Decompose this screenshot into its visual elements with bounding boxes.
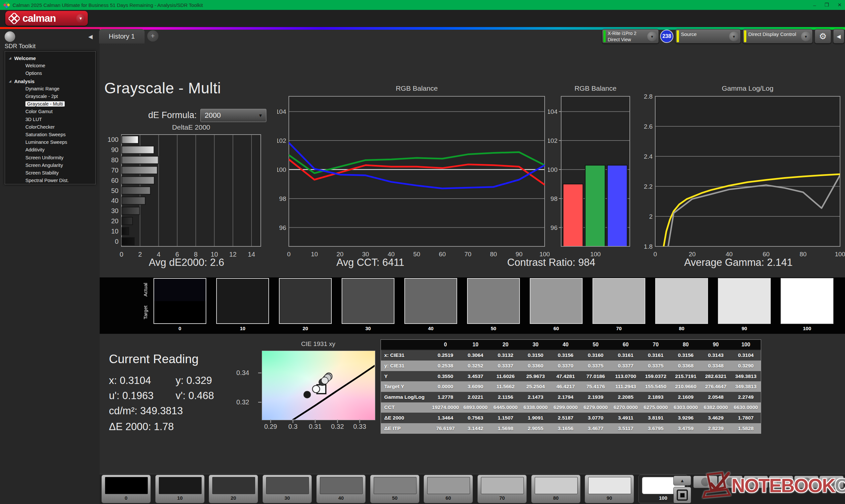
sidebar-item-color-gamut[interactable]: Color Gamut xyxy=(25,108,95,115)
table-column-header-100: 100 xyxy=(731,340,761,349)
display-control-dropdown-icon[interactable]: ▼ xyxy=(801,32,811,41)
sidebar-item-options[interactable]: Options xyxy=(25,70,95,77)
table-cell-y-100: 349.3813 xyxy=(731,371,761,382)
window-title: Calman 2025 Calman Ultimate for Business… xyxy=(13,2,203,8)
minimize-icon[interactable]: – xyxy=(813,2,816,8)
table-cell-e-2000-90: 3.4629 xyxy=(701,413,731,423)
pattern-level-label: 30 xyxy=(263,495,312,501)
nav-icon-button-2[interactable] xyxy=(718,475,743,488)
pattern-level-label: 80 xyxy=(531,495,580,501)
pattern-swatch-20 xyxy=(212,477,255,494)
table-row-label-x-cie31: x: CIE31 xyxy=(381,350,430,361)
swatch-actual xyxy=(719,279,770,301)
sidebar-item-grayscale-multi[interactable]: Grayscale - Multi xyxy=(25,100,95,108)
pattern-level-button-80[interactable]: 80 xyxy=(531,475,581,503)
table-cell-y-cie31-60: 0.3377 xyxy=(611,361,641,371)
sidebar-orb-button[interactable] xyxy=(5,31,15,42)
bar-red xyxy=(563,184,583,246)
meter-button[interactable]: X-Rite i1Pro 2 Direct View ▼ xyxy=(602,29,659,43)
sidebar-item-welcome[interactable]: Welcome xyxy=(25,62,95,70)
table-column-header-80: 80 xyxy=(671,340,701,349)
rgb-balance-line-chart: 96981001021040102030405060708090100 xyxy=(277,85,550,258)
pattern-level-button-50[interactable]: 50 xyxy=(370,475,420,503)
pattern-level-button-70[interactable]: 70 xyxy=(477,475,527,503)
close-icon[interactable]: ✕ xyxy=(838,2,842,8)
nav-icon-button-5[interactable] xyxy=(794,475,818,488)
tab-history-1[interactable]: History 1 xyxy=(99,29,145,43)
svg-text:100: 100 xyxy=(277,166,286,173)
calman-menu-button[interactable]: calman ▼ xyxy=(5,11,88,26)
settings-button[interactable]: ⚙ xyxy=(815,29,831,43)
nav-icon-button-1[interactable] xyxy=(693,475,718,488)
gamma-chart: 1.822.22.42.62.8020406080100 xyxy=(644,85,845,258)
source-button[interactable]: Source ▼ xyxy=(675,29,741,43)
sidebar-item-luminance-sweeps[interactable]: Luminance Sweeps xyxy=(25,139,95,146)
scroll-up-button[interactable]: ▲ xyxy=(673,475,691,486)
pattern-level-button-20[interactable]: 20 xyxy=(209,475,258,503)
sidebar-item-screen-angularity[interactable]: Screen Angularity xyxy=(25,162,95,169)
svg-text:50: 50 xyxy=(111,187,119,194)
pattern-level-button-90[interactable]: 90 xyxy=(584,475,634,503)
nav-icon-button-4[interactable] xyxy=(769,475,793,488)
table-cell-e-itp-10: 3.1442 xyxy=(460,423,491,434)
source-dropdown-icon[interactable]: ▼ xyxy=(729,32,739,41)
sidebar-item-screen-uniformity[interactable]: Screen Uniformity xyxy=(25,154,95,162)
pattern-level-button-30[interactable]: 30 xyxy=(262,475,312,503)
pattern-level-button-40[interactable]: 40 xyxy=(316,475,366,503)
swatch-level-label: 40 xyxy=(404,326,457,331)
panel-collapse-button[interactable]: ◀ xyxy=(833,29,844,43)
table-cell-cct-70: 6275.0000 xyxy=(641,402,671,413)
meter-dropdown-icon[interactable]: ▼ xyxy=(647,32,657,41)
maximize-icon[interactable]: ❐ xyxy=(825,2,829,8)
svg-text:1.8: 1.8 xyxy=(644,243,653,250)
grayscale-swatch-70 xyxy=(593,278,645,324)
sidebar-item-label: Options xyxy=(25,71,42,76)
sidebar-item-screen-stability[interactable]: Screen Stability xyxy=(25,169,95,177)
bar-blue xyxy=(608,165,627,246)
svg-text:20: 20 xyxy=(336,251,343,258)
cie-x-tick-label: 0.29 xyxy=(264,423,277,430)
sidebar-item-saturation-sweeps[interactable]: Saturation Sweeps xyxy=(25,131,95,139)
pattern-level-button-60[interactable]: 60 xyxy=(423,475,473,503)
sidebar-item-dynamic-range[interactable]: Dynamic Range xyxy=(25,85,95,93)
stop-pattern-button[interactable] xyxy=(673,487,691,503)
table-cell-e-itp-90: 2.8239 xyxy=(701,423,731,434)
swatch-target xyxy=(342,301,394,324)
stat-contrast-ratio: Contrast Ratio: 984 xyxy=(507,257,595,269)
table-cell-e-2000-0: 1.3464 xyxy=(430,413,460,423)
table-cell-x-cie31-90: 0.3143 xyxy=(701,350,731,361)
calman-menu-dropdown-icon[interactable]: ▼ xyxy=(76,14,85,23)
swatch-target xyxy=(154,301,206,324)
de-formula-select[interactable]: 2000 ▼ xyxy=(200,109,266,122)
table-cell-cct-50: 6279.0000 xyxy=(581,402,611,413)
source-status-stripe xyxy=(677,30,679,42)
table-cell-e-itp-20: 1.5698 xyxy=(491,423,521,434)
tree-group-analysis[interactable]: ◢Analysis xyxy=(14,77,95,85)
tree-group-welcome[interactable]: ◢Welcome xyxy=(14,54,95,62)
swatch-actual xyxy=(342,279,394,301)
svg-text:14: 14 xyxy=(248,251,255,258)
sidebar-item-colorchecker[interactable]: ColorChecker xyxy=(25,123,95,131)
sidebar-item-3d-lut[interactable]: 3D LUT xyxy=(25,116,95,123)
pattern-level-button-10[interactable]: 10 xyxy=(155,475,205,503)
sidebar-item-grayscale-2pt[interactable]: Grayscale - 2pt xyxy=(25,93,95,100)
reading-y: y: 0.329 xyxy=(176,375,212,386)
display-control-button[interactable]: Direct Display Control ▼ xyxy=(743,29,813,43)
table-cell-y-40: 47.4281 xyxy=(550,371,581,382)
meter-status-stripe xyxy=(603,30,606,42)
sidebar-item-spectral-power-dist[interactable]: Spectral Power Dist. xyxy=(25,177,95,184)
add-tab-button[interactable]: + xyxy=(147,30,158,41)
table-column-header-30: 30 xyxy=(521,340,550,349)
sidebar-item-additivity[interactable]: Additivity xyxy=(25,146,95,154)
svg-text:0: 0 xyxy=(120,251,123,258)
nav-icon-button-6[interactable] xyxy=(819,475,844,488)
tree-expanded-icon: ◢ xyxy=(9,54,11,62)
swatch-target xyxy=(530,301,582,324)
svg-text:102: 102 xyxy=(277,137,286,144)
current-reading-marker xyxy=(313,385,320,393)
sidebar-collapse-icon[interactable]: ◀ xyxy=(85,31,96,42)
cie-x-tick-label: 0.33 xyxy=(353,423,366,430)
pattern-level-button-0[interactable]: 0 xyxy=(101,475,151,503)
svg-text:60: 60 xyxy=(762,251,770,258)
nav-icon-button-3[interactable] xyxy=(744,475,768,488)
